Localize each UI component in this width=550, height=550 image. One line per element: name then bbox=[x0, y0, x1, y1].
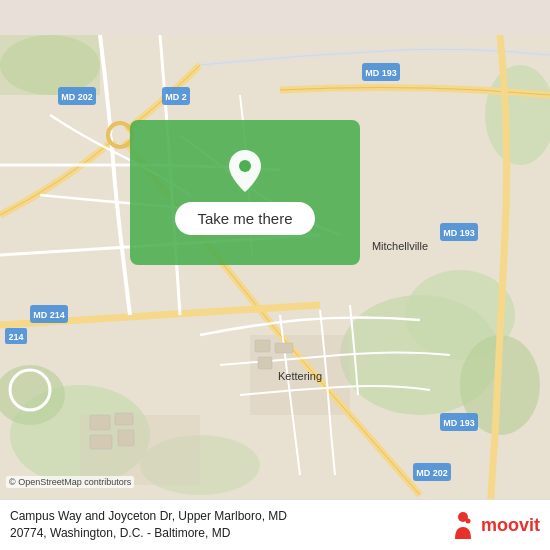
svg-rect-31 bbox=[115, 413, 133, 425]
take-me-there-button[interactable]: Take me there bbox=[175, 202, 314, 235]
svg-text:MD 193: MD 193 bbox=[365, 68, 397, 78]
moovit-icon bbox=[449, 511, 477, 539]
svg-text:Kettering: Kettering bbox=[278, 370, 322, 382]
svg-text:Mitchellville: Mitchellville bbox=[372, 240, 428, 252]
svg-text:MD 2: MD 2 bbox=[165, 92, 187, 102]
svg-text:MD 202: MD 202 bbox=[416, 468, 448, 478]
svg-point-40 bbox=[239, 160, 251, 172]
svg-text:MD 193: MD 193 bbox=[443, 228, 475, 238]
address-text: Campus Way and Joyceton Dr, Upper Marlbo… bbox=[10, 508, 441, 542]
svg-text:MD 193: MD 193 bbox=[443, 418, 475, 428]
bottom-bar: Campus Way and Joyceton Dr, Upper Marlbo… bbox=[0, 499, 550, 550]
osm-attribution: © OpenStreetMap contributors bbox=[6, 476, 134, 488]
svg-point-42 bbox=[465, 519, 470, 524]
location-panel: Take me there bbox=[130, 120, 360, 265]
svg-rect-33 bbox=[118, 430, 134, 446]
svg-text:214: 214 bbox=[8, 332, 23, 342]
svg-rect-32 bbox=[90, 435, 112, 449]
svg-text:MD 202: MD 202 bbox=[61, 92, 93, 102]
svg-rect-35 bbox=[275, 343, 293, 353]
svg-text:MD 214: MD 214 bbox=[33, 310, 65, 320]
svg-point-38 bbox=[112, 127, 128, 143]
svg-point-7 bbox=[0, 35, 100, 95]
svg-rect-36 bbox=[258, 357, 272, 369]
svg-rect-34 bbox=[255, 340, 270, 352]
location-pin-icon bbox=[224, 150, 266, 192]
moovit-brand-text: moovit bbox=[481, 515, 540, 536]
map-background: MD 202 MD 2 MD 193 MD 193 MD 193 MD 214 … bbox=[0, 0, 550, 550]
moovit-logo: moovit bbox=[449, 511, 540, 539]
map-container: MD 202 MD 2 MD 193 MD 193 MD 193 MD 214 … bbox=[0, 0, 550, 550]
svg-rect-30 bbox=[90, 415, 110, 430]
